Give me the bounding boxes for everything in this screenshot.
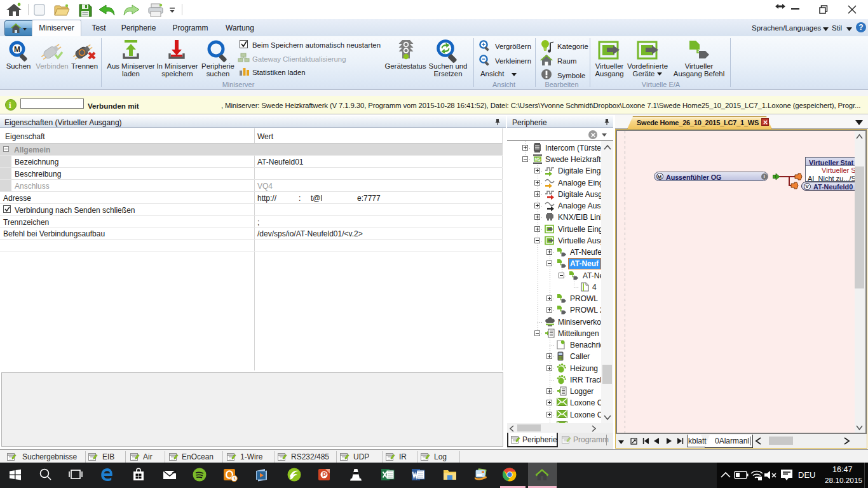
svg-text:M: M bbox=[14, 45, 20, 54]
svg-text:MS: MS bbox=[534, 157, 541, 161]
